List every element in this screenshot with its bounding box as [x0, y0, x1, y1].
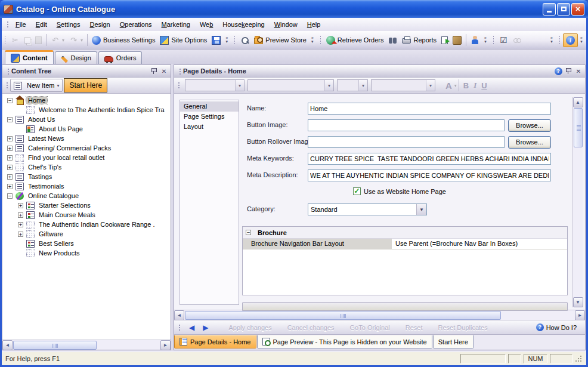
button-rollover-image-input[interactable] — [308, 136, 505, 148]
toolbar-grip[interactable] — [6, 20, 9, 29]
goto-original-button[interactable]: GoTo Original — [350, 324, 390, 331]
customer-button[interactable] — [468, 33, 482, 47]
category-select[interactable]: Standard ▼ — [308, 203, 427, 215]
paste-button[interactable] — [33, 33, 44, 47]
tree-item-the-authentic-indian-cookware-range[interactable]: +The Authentic Indian Cookware Range . — [2, 220, 171, 229]
font-script-combo[interactable]: ▾ — [371, 79, 435, 91]
style-combo[interactable]: ▾ — [185, 79, 245, 91]
close-panel-button[interactable]: ✕ — [160, 67, 168, 75]
tree-item-home[interactable]: −Home — [2, 95, 171, 105]
scroll-right-button[interactable]: ► — [160, 340, 171, 350]
toolbar-overflow-button[interactable]: »▾ — [578, 33, 585, 47]
bold-button[interactable]: B — [461, 81, 471, 90]
menu-help[interactable]: Help — [302, 20, 326, 29]
scroll-thumb[interactable] — [574, 108, 583, 147]
tab-orders[interactable]: Orders — [98, 51, 143, 64]
business-settings-button[interactable]: Business Settings — [89, 33, 157, 47]
tree-item-catering-commercial-packs[interactable]: +Catering/ Commercial Packs — [2, 143, 171, 153]
tree-item-latest-news[interactable]: +Latest News — [2, 134, 171, 143]
apply-changes-button[interactable]: Apply changes — [228, 324, 271, 331]
tree-item-about-us[interactable]: −About Us — [2, 115, 171, 124]
resize-grip[interactable] — [575, 355, 583, 363]
scroll-thumb[interactable] — [185, 311, 501, 320]
button-rollover-image-browse-button[interactable]: Browse... — [508, 136, 551, 149]
save-button[interactable] — [209, 33, 223, 47]
maximize-button[interactable] — [557, 3, 570, 16]
menu-window[interactable]: Window — [270, 20, 302, 29]
bottom-tab-start-here[interactable]: Start Here — [433, 335, 474, 349]
tree-expander[interactable]: + — [7, 146, 13, 151]
toolbar-overflow-button[interactable]: »▾ — [482, 33, 489, 47]
preview-store-button[interactable]: Preview Store — [252, 33, 308, 47]
minimize-button[interactable] — [543, 3, 556, 16]
reset-button[interactable]: Reset — [406, 324, 423, 331]
tree-item-giftware[interactable]: +Giftware — [2, 229, 171, 239]
tree-item-tastings[interactable]: +Tastings — [2, 172, 171, 181]
toolbar-grip[interactable] — [5, 81, 8, 90]
menu-housekeeping[interactable]: Housekeeping — [218, 20, 269, 29]
panel-grip[interactable] — [178, 67, 181, 75]
font-combo[interactable]: ▾ — [247, 79, 334, 91]
copy-button[interactable] — [22, 33, 33, 47]
next-page-button[interactable]: ▶ — [203, 323, 208, 332]
tree-expander[interactable]: + — [18, 222, 23, 227]
tree-item-find-your-local-retail-outlet[interactable]: +Find your local retail outlet — [2, 153, 171, 162]
underline-button[interactable]: U — [479, 81, 489, 90]
menu-settings[interactable]: Settings — [52, 20, 85, 29]
tree-item-best-sellers[interactable]: −Best Sellers — [2, 239, 171, 248]
cut-button[interactable]: ✂ — [8, 33, 22, 47]
start-here-button[interactable]: Start Here — [64, 78, 107, 92]
close-panel-button[interactable]: ✕ — [574, 67, 583, 75]
scroll-thumb[interactable] — [13, 341, 97, 350]
toolbar-grip[interactable] — [492, 35, 494, 45]
panel-grip[interactable] — [7, 67, 10, 75]
site-options-button[interactable]: Site Options — [157, 33, 209, 47]
previous-page-button[interactable]: ◀ — [189, 323, 194, 332]
tree-expander[interactable]: − — [7, 98, 13, 103]
tree-expander[interactable]: + — [7, 165, 13, 170]
menu-web[interactable]: Web — [195, 20, 218, 29]
tree-expander[interactable]: + — [7, 174, 13, 180]
bottom-tab-page-details-home[interactable]: Page Details - Home — [174, 335, 256, 349]
reset-duplicates-button[interactable]: Reset Duplicates — [438, 324, 488, 331]
detail-horizontal-scrollbar[interactable]: ◄ ► — [174, 310, 585, 320]
brochure-row-value[interactable]: Use Parent (=Brochure Nav Bar In Boxes) — [392, 239, 567, 249]
button-image-browse-button[interactable]: Browse... — [508, 119, 551, 132]
pin-button[interactable] — [150, 67, 158, 75]
menu-file[interactable]: File — [11, 20, 31, 29]
view-button[interactable] — [510, 33, 524, 47]
font-size-combo[interactable]: ▾ — [337, 79, 368, 91]
toolbar-overflow-button[interactable]: »▾ — [548, 33, 555, 47]
detail-nav-layout[interactable]: Layout — [180, 122, 239, 132]
italic-button[interactable]: I — [471, 81, 479, 90]
tree-horizontal-scrollbar[interactable]: ◄ ► — [2, 340, 171, 350]
detail-nav-page-settings[interactable]: Page Settings — [180, 112, 239, 122]
toolbar-grip[interactable] — [558, 35, 560, 45]
meta-description-input[interactable] — [308, 169, 551, 181]
menu-design[interactable]: Design — [85, 20, 114, 29]
scroll-left-button[interactable]: ◄ — [2, 340, 13, 350]
redo-button[interactable]: ↷▾ — [67, 33, 85, 47]
detail-vertical-scrollbar[interactable]: ▲ ▼ — [572, 97, 583, 307]
tree-item-chef-s-tip-s[interactable]: +Chef's Tip's — [2, 162, 171, 172]
tree-item-new-products[interactable]: −New Products — [2, 248, 171, 258]
collapse-toggle[interactable]: − — [246, 230, 251, 235]
close-button[interactable]: ✕ — [571, 3, 584, 16]
tasks-button[interactable]: ☑ — [497, 33, 510, 47]
detail-nav-general[interactable]: General — [180, 101, 239, 112]
undo-button[interactable]: ↶▾ — [48, 33, 67, 47]
toolbar-grip[interactable] — [233, 35, 235, 45]
scroll-down-button[interactable]: ▼ — [573, 297, 583, 307]
tree-item-welcome-to-the-authentic-indian-spice-tra[interactable]: −Welcome to The Authentic Indian Spice T… — [2, 105, 171, 115]
toolbar-grip[interactable] — [177, 81, 180, 90]
tree-expander[interactable]: + — [18, 212, 23, 218]
tree-item-testimonials[interactable]: +Testimonials — [2, 181, 171, 191]
meta-keywords-input[interactable] — [308, 153, 551, 165]
help-button[interactable]: ? — [554, 67, 562, 75]
toolbar-grip[interactable] — [178, 323, 181, 332]
tree-expander[interactable]: + — [18, 232, 23, 237]
new-item-button[interactable]: New Item ▾ — [10, 79, 63, 92]
toolbar-grip[interactable] — [4, 35, 5, 45]
find-orders-button[interactable] — [386, 33, 400, 47]
tree-expander[interactable]: + — [7, 184, 13, 189]
